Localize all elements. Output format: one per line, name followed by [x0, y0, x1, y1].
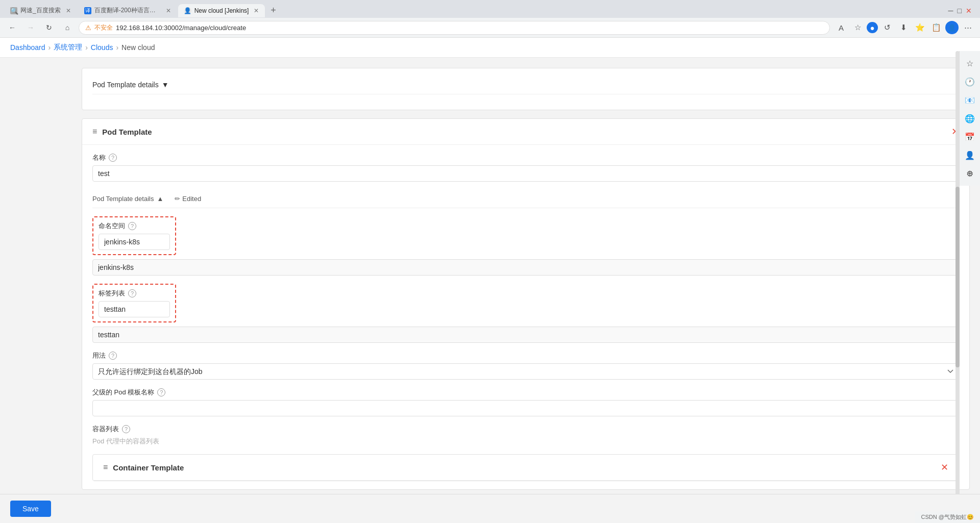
- sidebar-user-icon[interactable]: 👤: [962, 147, 978, 163]
- edited-label: Edited: [182, 195, 201, 203]
- breadcrumb-sep-2: ›: [85, 43, 88, 52]
- name-help-icon[interactable]: ?: [109, 154, 117, 162]
- window-close-button[interactable]: ✕: [966, 7, 972, 15]
- details-label: Pod Template details: [92, 195, 154, 203]
- name-input[interactable]: [92, 165, 959, 182]
- extensions-icon[interactable]: ●: [867, 22, 878, 33]
- labels-help-icon[interactable]: ?: [128, 289, 136, 297]
- address-bar: ← → ↻ ⌂ ⚠ 不安全 192.168.184.10:30002/manag…: [0, 18, 980, 37]
- tab-baidu-translate[interactable]: 译 百度翻译-200种语言互译，沟通... ✕: [78, 3, 177, 18]
- tab-favicon-2: 译: [84, 7, 91, 14]
- prev-details-toggle[interactable]: Pod Template details ▼: [92, 76, 959, 94]
- translate-icon[interactable]: A: [834, 20, 848, 35]
- details-toggle-inner: Pod Template details ▲: [92, 195, 163, 203]
- card-header-left: ≡ Pod Template: [92, 127, 152, 136]
- toolbar-icons: A ☆ ● ↺ ⬇ ⭐ 📋 👤 ⋯: [834, 20, 975, 35]
- maximize-button[interactable]: □: [958, 7, 962, 15]
- labels-input[interactable]: [99, 301, 170, 317]
- container-template-title: Container Template: [113, 463, 184, 472]
- usage-select[interactable]: 只允许运行绑定到这台机器的Job: [92, 363, 959, 380]
- container-hamburger-icon: ≡: [103, 463, 108, 472]
- new-tab-button[interactable]: +: [266, 4, 280, 18]
- name-form-group: 名称 ?: [92, 153, 959, 182]
- labels-label: 标签列表 ?: [99, 289, 170, 298]
- sidebar-bookmarks-icon[interactable]: ☆: [962, 55, 978, 71]
- scrollbar-thumb[interactable]: [955, 187, 960, 367]
- window-controls: ─ □ ✕: [948, 7, 976, 15]
- namespace-full-input[interactable]: [92, 259, 959, 276]
- tab-favicon-3: 👤: [184, 7, 191, 14]
- tab-jenkins[interactable]: 👤 New cloud [Jenkins] ✕: [178, 4, 265, 17]
- chevron-up-icon: ▲: [157, 195, 163, 203]
- tab-close-3[interactable]: ✕: [254, 7, 259, 14]
- containers-help-icon[interactable]: ?: [122, 425, 130, 433]
- bottom-text: CSDN @气势如虹😊: [921, 514, 974, 520]
- sidebar-apps-icon[interactable]: 🌐: [962, 110, 978, 127]
- home-button[interactable]: ⌂: [60, 20, 75, 35]
- usage-help-icon[interactable]: ?: [109, 352, 117, 360]
- namespace-help-icon[interactable]: ?: [128, 222, 136, 230]
- labels-full-input-row: [92, 327, 959, 343]
- prev-chevron-down-icon: ▼: [162, 81, 169, 89]
- parent-template-input[interactable]: [92, 400, 959, 416]
- labels-full-input[interactable]: [92, 327, 959, 343]
- bookmark-icon[interactable]: ⭐: [913, 20, 927, 35]
- bottom-bar: CSDN @气势如虹😊: [915, 511, 980, 523]
- security-icon: ⚠: [85, 24, 91, 32]
- browser-chrome: 🔍 网速_百度搜索 ✕ 译 百度翻译-200种语言互译，沟通... ✕ 👤 Ne…: [0, 0, 980, 38]
- details-toggle[interactable]: Pod Template details ▲ ✏ Edited: [92, 190, 959, 208]
- usage-form-group: 用法 ? 只允许运行绑定到这台机器的Job: [92, 351, 959, 380]
- back-button[interactable]: ←: [5, 20, 19, 35]
- namespace-label: 命名空间 ?: [99, 221, 170, 231]
- forward-button[interactable]: →: [23, 20, 38, 35]
- save-button[interactable]: Save: [10, 501, 51, 517]
- sidebar-downloads-icon[interactable]: 📧: [962, 92, 978, 108]
- history-icon[interactable]: ↺: [880, 20, 894, 35]
- save-bar: Save: [0, 494, 980, 523]
- edited-section: ✏ Edited: [175, 195, 201, 203]
- tab-title-3: New cloud [Jenkins]: [194, 7, 249, 14]
- address-text: 192.168.184.10:30002/manage/cloud/create: [116, 24, 246, 32]
- settings-icon[interactable]: ⋯: [961, 20, 975, 35]
- breadcrumb-system-admin[interactable]: 系统管理: [54, 43, 82, 52]
- pod-template-card: ≡ Pod Template ✕ 名称 ? Pod Template detai…: [82, 118, 970, 490]
- labels-highlight-box: 标签列表 ?: [92, 284, 176, 322]
- pencil-icon: ✏: [175, 195, 180, 203]
- pod-template-title: Pod Template: [102, 128, 152, 136]
- container-card-header: ≡ Container Template ✕: [93, 455, 959, 481]
- breadcrumb-dashboard[interactable]: Dashboard: [10, 43, 45, 52]
- sidebar-history-icon[interactable]: 🕐: [962, 73, 978, 90]
- main-content: Pod Template details ▼ ≡ Pod Template ✕ …: [0, 58, 980, 523]
- parent-template-help-icon[interactable]: ?: [157, 388, 165, 396]
- star-icon[interactable]: ☆: [850, 20, 865, 35]
- sidebar-outlook-icon[interactable]: 📅: [962, 129, 978, 145]
- security-label: 不安全: [94, 23, 113, 32]
- download-icon[interactable]: ⬇: [896, 20, 911, 35]
- breadcrumb-clouds[interactable]: Clouds: [91, 43, 113, 52]
- prev-details-label: Pod Template details: [92, 81, 159, 89]
- right-sidebar: ☆ 🕐 📧 🌐 📅 👤 + ⚙: [959, 51, 980, 186]
- tab-title-1: 网速_百度搜索: [20, 6, 61, 15]
- refresh-button[interactable]: ↻: [42, 20, 56, 35]
- profile-icon[interactable]: 👤: [945, 21, 959, 34]
- tab-bar: 🔍 网速_百度搜索 ✕ 译 百度翻译-200种语言互译，沟通... ✕ 👤 Ne…: [0, 0, 980, 18]
- breadcrumb-sep-1: ›: [48, 43, 51, 52]
- sidebar-settings-icon[interactable]: ⚙: [962, 165, 978, 182]
- container-template-card: ≡ Container Template ✕: [92, 454, 959, 481]
- tab-close-1[interactable]: ✕: [66, 7, 71, 14]
- hamburger-icon: ≡: [92, 127, 97, 136]
- container-template-close-button[interactable]: ✕: [941, 462, 948, 473]
- containers-form-group: 容器列表 ? Pod 代理中的容器列表: [92, 425, 959, 446]
- tab-baidu-search[interactable]: 🔍 网速_百度搜索 ✕: [4, 3, 77, 18]
- namespace-highlight-box: 命名空间 ?: [92, 216, 176, 255]
- name-label: 名称 ?: [92, 153, 959, 162]
- minimize-button[interactable]: ─: [948, 7, 953, 15]
- collections-icon[interactable]: 📋: [929, 20, 943, 35]
- container-card-header-left: ≡ Container Template: [103, 463, 184, 472]
- card-header: ≡ Pod Template ✕: [82, 119, 969, 145]
- breadcrumb: Dashboard › 系统管理 › Clouds › New cloud: [0, 38, 980, 58]
- address-input[interactable]: ⚠ 不安全 192.168.184.10:30002/manage/cloud/…: [79, 21, 830, 35]
- tab-close-2[interactable]: ✕: [166, 7, 171, 14]
- namespace-input[interactable]: [99, 234, 170, 250]
- tab-favicon-1: 🔍: [10, 7, 17, 14]
